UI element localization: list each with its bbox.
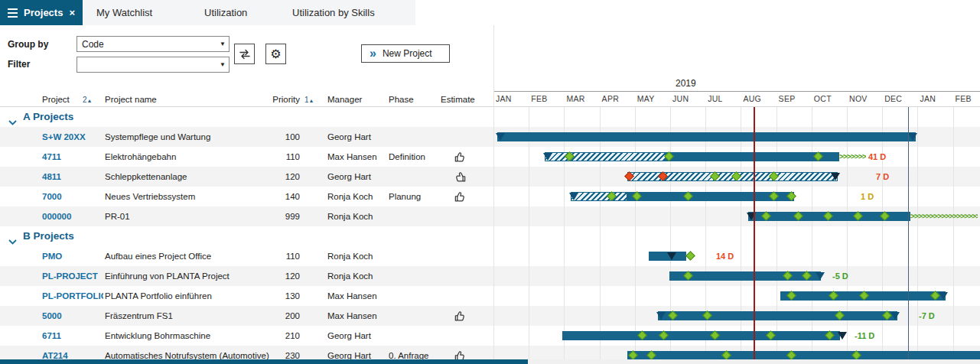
gantt-bar[interactable] — [658, 311, 897, 320]
project-id-link[interactable]: 5000 — [42, 306, 103, 326]
refresh-button[interactable] — [234, 44, 255, 64]
project-row[interactable]: 5000Fräszentrum FS1200Max Hansen-7 D — [0, 306, 980, 326]
column-estimate[interactable]: Estimate — [441, 93, 475, 107]
buffer-chevrons: >>>>>>>>>>>>>>>>>>> — [910, 212, 978, 221]
project-id-link[interactable]: PMO — [42, 246, 103, 266]
manager-name: Ronja Koch — [327, 246, 387, 266]
thumb-up-icon[interactable] — [454, 190, 467, 203]
project-row[interactable]: 4811Schleppkettenanlage120Georg Hart7 D — [0, 167, 980, 187]
menu-icon[interactable] — [8, 8, 18, 18]
project-row[interactable]: 7000Neues Vertriebssystem140Ronja KochPl… — [0, 187, 980, 206]
buffer-label: 1 D — [861, 187, 874, 206]
tab-utilization-by-skills[interactable]: Utilization by Skills — [292, 0, 375, 25]
gantt-bar-planned[interactable] — [545, 152, 666, 161]
gantt-row: 7 D — [493, 167, 980, 187]
gantt-bar[interactable] — [497, 132, 916, 141]
end-marker-icon — [831, 173, 840, 180]
year-label: 2019 — [676, 78, 696, 89]
gantt-row — [493, 286, 980, 306]
gantt-row — [493, 127, 980, 147]
estimate-cell[interactable] — [448, 306, 471, 326]
end-marker-icon — [838, 332, 847, 340]
column-manager[interactable]: Manager — [327, 93, 362, 107]
month-label: JAN — [920, 94, 936, 103]
tab-my-watchlist[interactable]: My Watchlist — [96, 0, 152, 25]
sort-indicator-priority: 1▲ — [304, 93, 314, 108]
end-marker-icon — [543, 153, 552, 161]
phase-value — [389, 286, 441, 306]
tab-projects[interactable]: Projects × — [0, 0, 83, 25]
end-marker-icon — [656, 312, 666, 320]
month-label: DEC — [884, 94, 902, 103]
column-phase[interactable]: Phase — [389, 93, 414, 107]
end-marker-icon — [667, 252, 676, 260]
column-priority[interactable]: Priority — [252, 93, 300, 107]
project-row[interactable]: 4711Elektrohängebahn110Max HansenDefinit… — [0, 147, 980, 167]
close-icon[interactable]: × — [69, 7, 75, 18]
manager-name: Ronja Koch — [327, 187, 387, 206]
project-id-link[interactable]: 4711 — [42, 147, 103, 167]
manager-name: Max Hansen — [327, 286, 387, 306]
project-id-link[interactable]: 000000 — [42, 206, 103, 226]
buffer-label: 41 D — [868, 147, 886, 167]
manager-name: Ronja Koch — [327, 266, 387, 286]
sort-indicator-project: 2▲ — [83, 93, 93, 108]
project-row[interactable]: 6711Entwicklung Bohrmaschine210Georg Har… — [0, 326, 980, 346]
project-row[interactable]: PL-PROJECTEinführung von PLANTA Project1… — [0, 266, 980, 286]
milestone-icon[interactable] — [685, 251, 695, 261]
group-by-label: Group by — [8, 39, 48, 50]
group-row[interactable]: B Projects — [0, 226, 980, 246]
gantt-row: -5 D — [493, 266, 980, 286]
priority-value: 110 — [252, 147, 300, 167]
project-row[interactable]: 000000PR-01999Ronja Koch>>>>>>>>>>>>>>>>… — [0, 206, 980, 226]
project-row[interactable]: PL-PORTFOLIOPLANTA Portfolio einführen13… — [0, 286, 980, 306]
month-label: JUN — [672, 94, 689, 103]
sort-asc-icon: ▲ — [87, 98, 93, 103]
month-label: AUG — [743, 94, 761, 103]
buffer-label: -5 D — [832, 266, 848, 286]
end-marker-icon — [939, 292, 948, 300]
manager-name: Georg Hart — [327, 326, 387, 346]
filter-select[interactable]: ▼ — [77, 57, 230, 73]
horizontal-scrollbar[interactable] — [0, 359, 980, 364]
settings-button[interactable]: ⚙ — [265, 44, 286, 64]
project-row[interactable]: PMOAufbau eines Project Office110Ronja K… — [0, 246, 980, 266]
column-name[interactable]: Project name — [105, 93, 157, 107]
buffer-chevrons: >>>>>>> — [839, 152, 866, 161]
priority-value: 140 — [252, 187, 300, 206]
month-label: JUL — [708, 94, 723, 103]
month-label: MAY — [637, 94, 655, 103]
group-row[interactable]: A Projects — [0, 107, 980, 127]
project-row[interactable]: S+W 20XXSystempflege und Wartung100Georg… — [0, 127, 980, 147]
gantt-row: -11 D — [493, 326, 980, 346]
phase-value — [389, 206, 441, 226]
buffer-label: 7 D — [876, 167, 889, 187]
column-project[interactable]: Project — [42, 93, 70, 107]
tab-utilization[interactable]: Utilization — [204, 0, 247, 25]
estimate-cell[interactable] — [448, 187, 471, 206]
phase-value — [389, 266, 441, 286]
gantt-bar[interactable] — [562, 331, 840, 340]
phase-value — [389, 246, 441, 266]
group-by-select[interactable]: Code ▼ — [77, 36, 230, 52]
project-id-link[interactable]: 6711 — [42, 326, 103, 346]
project-id-link[interactable]: 4811 — [42, 167, 103, 187]
phase-value: Planung — [389, 187, 441, 206]
manager-name: Georg Hart — [327, 127, 387, 147]
estimate-cell[interactable] — [448, 167, 471, 187]
hand-icon[interactable] — [454, 171, 467, 184]
phase-value — [389, 167, 441, 187]
group-label: B Projects — [23, 226, 74, 246]
project-id-link[interactable]: S+W 20XX — [42, 127, 103, 147]
project-id-link[interactable]: PL-PORTFOLIO — [42, 286, 103, 306]
gantt-bar-planned[interactable] — [571, 192, 627, 201]
thumb-up-icon[interactable] — [454, 310, 467, 323]
new-project-button[interactable]: » New Project — [361, 44, 450, 63]
estimate-cell[interactable] — [448, 147, 471, 167]
project-id-link[interactable]: 7000 — [42, 187, 103, 206]
end-marker-icon — [496, 133, 505, 141]
column-header-row: Project 2▲ Project name Priority 1▲ Mana… — [0, 93, 493, 107]
thumb-up-icon[interactable] — [454, 151, 467, 164]
project-id-link[interactable]: PL-PROJECT — [42, 266, 103, 286]
scrollbar-thumb[interactable] — [0, 359, 528, 364]
